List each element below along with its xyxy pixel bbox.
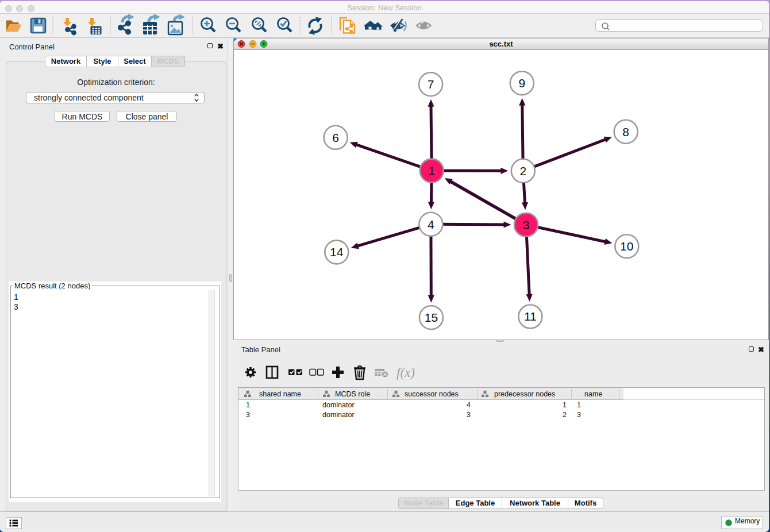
svg-text:dominator: dominator — [322, 401, 355, 409]
svg-text:successor nodes: successor nodes — [405, 390, 459, 398]
svg-text:6: 6 — [332, 131, 339, 144]
svg-text:3: 3 — [523, 218, 530, 232]
svg-text:3: 3 — [577, 411, 581, 419]
svg-text:15: 15 — [425, 311, 438, 324]
svg-text:1: 1 — [577, 401, 581, 409]
svg-text:4: 4 — [467, 401, 471, 409]
svg-text:shared name: shared name — [259, 390, 301, 398]
svg-text:8: 8 — [622, 125, 629, 138]
svg-text:f(x): f(x) — [396, 365, 415, 380]
svg-text:dominator: dominator — [322, 411, 355, 419]
svg-text:2: 2 — [519, 164, 526, 178]
svg-text:2: 2 — [563, 411, 567, 419]
svg-text:3: 3 — [246, 411, 250, 419]
svg-text:10: 10 — [620, 240, 633, 253]
svg-text:4: 4 — [428, 218, 434, 231]
svg-text:1: 1 — [563, 401, 567, 409]
svg-text:name: name — [584, 390, 602, 398]
svg-text:11: 11 — [524, 310, 537, 323]
svg-text:14: 14 — [330, 245, 344, 259]
svg-text:predecessor nodes: predecessor nodes — [494, 390, 555, 398]
svg-text:1: 1 — [428, 164, 435, 177]
svg-text:7: 7 — [428, 78, 434, 91]
svg-text:MCDS role: MCDS role — [335, 390, 370, 398]
svg-text:1: 1 — [246, 401, 250, 409]
svg-text:3: 3 — [467, 411, 471, 419]
svg-text:9: 9 — [518, 76, 525, 90]
